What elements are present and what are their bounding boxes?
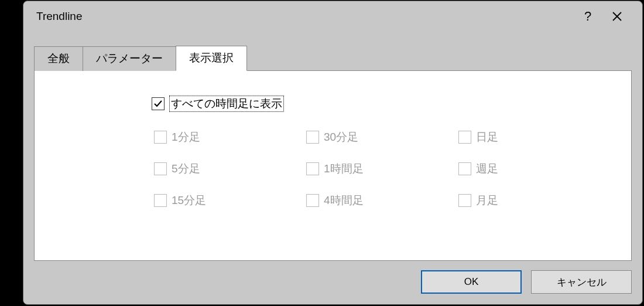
help-button[interactable]: ?: [573, 5, 602, 28]
timeframe-m30-checkbox[interactable]: [306, 131, 319, 144]
timeframe-m1: 1分足: [154, 130, 306, 145]
timeframe-mn-checkbox[interactable]: [458, 194, 471, 207]
focus-ring: すべての時間足に表示: [169, 96, 284, 112]
ok-button-label: OK: [464, 276, 479, 288]
display-panel: すべての時間足に表示 1分足 30分足 日足 5分足: [34, 70, 632, 261]
timeframe-mn-label: 月足: [476, 193, 498, 208]
close-button[interactable]: [602, 5, 632, 28]
close-icon: [612, 11, 622, 22]
timeframe-mn: 月足: [458, 193, 576, 208]
timeframe-m30: 30分足: [306, 130, 458, 145]
show-all-timeframes-checkbox[interactable]: [152, 97, 165, 110]
timeframe-w1-checkbox[interactable]: [458, 162, 471, 175]
timeframe-d1-label: 日足: [476, 130, 498, 145]
timeframe-h1-checkbox[interactable]: [306, 162, 319, 175]
trendline-dialog: Trendline ? 全般 パラメーター 表示選択 すべての時間足に表示: [23, 1, 643, 305]
ok-button[interactable]: OK: [421, 270, 522, 294]
tab-area: 全般 パラメーター 表示選択 すべての時間足に表示 1分足: [23, 32, 642, 261]
tab-parameters[interactable]: パラメーター: [83, 46, 176, 71]
timeframe-m15-label: 15分足: [172, 193, 206, 208]
timeframe-d1: 日足: [458, 130, 576, 145]
timeframe-m15: 15分足: [154, 193, 306, 208]
cancel-button-label: キャンセル: [557, 276, 607, 289]
tab-strip: 全般 パラメーター 表示選択: [34, 46, 632, 71]
tab-general[interactable]: 全般: [34, 46, 83, 71]
tab-parameters-label: パラメーター: [96, 52, 163, 64]
timeframe-h1-label: 1時間足: [324, 161, 364, 176]
timeframe-w1: 週足: [458, 161, 576, 176]
dialog-buttons: OK キャンセル: [23, 261, 642, 304]
help-icon: ?: [584, 9, 591, 24]
timeframe-m30-label: 30分足: [324, 130, 358, 145]
timeframe-m15-checkbox[interactable]: [154, 194, 167, 207]
check-icon: [153, 99, 163, 108]
timeframe-grid: 1分足 30分足 日足 5分足 1時間足: [154, 130, 619, 208]
timeframe-m1-checkbox[interactable]: [154, 131, 167, 144]
dialog-title: Trendline: [36, 10, 573, 23]
timeframe-h4-checkbox[interactable]: [306, 194, 319, 207]
timeframe-m5: 5分足: [154, 161, 306, 176]
titlebar: Trendline ?: [23, 1, 642, 32]
timeframe-m1-label: 1分足: [172, 130, 200, 145]
timeframe-d1-checkbox[interactable]: [458, 131, 471, 144]
timeframe-h1: 1時間足: [306, 161, 458, 176]
show-all-timeframes-row: すべての時間足に表示: [152, 96, 619, 112]
timeframe-w1-label: 週足: [476, 161, 498, 176]
timeframe-h4: 4時間足: [306, 193, 458, 208]
timeframe-h4-label: 4時間足: [324, 193, 364, 208]
tab-general-label: 全般: [47, 52, 70, 64]
tab-display[interactable]: 表示選択: [176, 46, 247, 71]
tab-display-label: 表示選択: [189, 52, 234, 64]
cancel-button[interactable]: キャンセル: [531, 270, 632, 294]
timeframe-m5-label: 5分足: [172, 161, 200, 176]
show-all-timeframes-label: すべての時間足に表示: [171, 97, 282, 110]
timeframe-m5-checkbox[interactable]: [154, 162, 167, 175]
